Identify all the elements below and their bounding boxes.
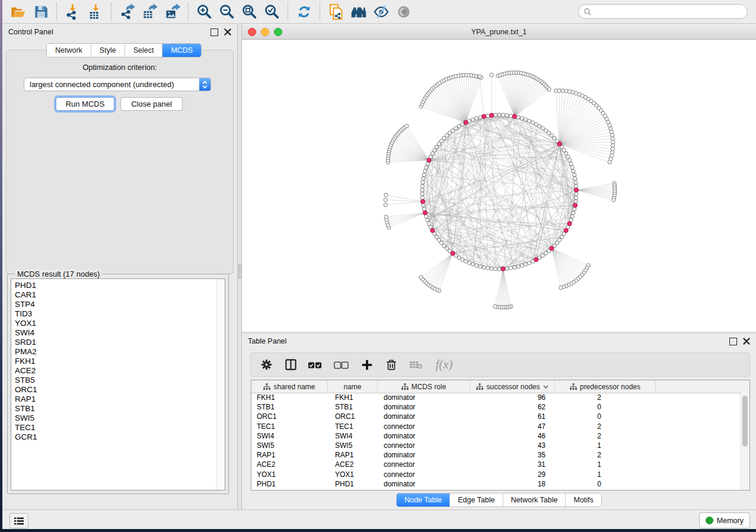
network-node[interactable]	[420, 196, 424, 200]
tab-motifs[interactable]: Motifs	[566, 493, 601, 507]
network-leaf-node[interactable]	[493, 305, 497, 308]
table-cell[interactable]: 0	[555, 412, 656, 421]
export-table-icon[interactable]	[140, 2, 160, 21]
table-cell[interactable]: FKH1	[251, 393, 328, 402]
network-leaf-node[interactable]	[559, 286, 563, 290]
network-node[interactable]	[467, 261, 471, 265]
table-cell[interactable]: ACE2	[251, 460, 328, 469]
table-cell[interactable]: 47	[470, 422, 555, 431]
network-node[interactable]	[575, 192, 578, 196]
mcds-result-item[interactable]: CAR1	[15, 290, 216, 300]
close-panel-icon[interactable]	[743, 338, 750, 345]
mcds-result-scrollbar[interactable]	[216, 279, 225, 490]
network-node[interactable]	[493, 267, 497, 271]
network-leaf-node[interactable]	[611, 137, 614, 140]
table-cell[interactable]: 1	[555, 441, 656, 450]
network-node[interactable]	[567, 158, 571, 162]
export-image-icon[interactable]	[162, 2, 183, 21]
table-row[interactable]: ACE2ACE2connector311	[251, 460, 741, 469]
mcds-hub-node[interactable]	[550, 246, 554, 251]
table-cell[interactable]: dominator	[378, 403, 470, 411]
network-node[interactable]	[566, 155, 570, 159]
network-node[interactable]	[570, 214, 574, 218]
open-file-icon[interactable]	[8, 2, 28, 21]
table-cell[interactable]: 96	[470, 393, 555, 402]
table-cell[interactable]: ACE2	[328, 460, 378, 469]
network-node[interactable]	[420, 192, 424, 196]
network-node[interactable]	[464, 259, 468, 263]
mcds-hub-node[interactable]	[464, 120, 468, 124]
network-node[interactable]	[520, 264, 524, 267]
mcds-hub-node[interactable]	[573, 203, 577, 207]
network-node[interactable]	[574, 181, 578, 184]
table-cell[interactable]: YOX1	[251, 470, 328, 479]
mcds-hub-node[interactable]	[534, 258, 538, 262]
import-network-icon[interactable]	[63, 2, 83, 21]
float-panel-icon[interactable]	[210, 28, 218, 36]
network-node[interactable]	[420, 184, 424, 188]
network-node[interactable]	[420, 188, 424, 192]
mcds-hub-node[interactable]	[430, 228, 435, 232]
mcds-result-item[interactable]: STB1	[15, 404, 216, 414]
table-cell[interactable]: SWI5	[328, 441, 378, 450]
mcds-result-item[interactable]: STP4	[15, 300, 216, 309]
table-cell[interactable]: dominator	[378, 393, 470, 402]
table-cell[interactable]: 2	[555, 393, 656, 402]
network-node[interactable]	[425, 166, 428, 169]
mcds-result-item[interactable]: PHD1	[15, 281, 216, 290]
table-cell[interactable]: 0	[555, 480, 656, 488]
show-column-panel-icon[interactable]	[283, 358, 298, 372]
save-session-icon[interactable]	[31, 2, 51, 21]
export-network-icon[interactable]	[117, 2, 138, 21]
table-cell[interactable]: connector	[378, 441, 470, 450]
network-node[interactable]	[574, 200, 578, 203]
table-cell[interactable]: RAP1	[328, 451, 378, 459]
status-menu-button[interactable]	[9, 513, 28, 528]
mcds-result-item[interactable]: GCR1	[15, 432, 216, 442]
column-header-predecessor-nodes[interactable]: predecessor nodes	[555, 380, 656, 393]
network-node[interactable]	[497, 267, 501, 271]
table-cell[interactable]: RAP1	[251, 451, 328, 459]
mcds-result-item[interactable]: TEC1	[15, 423, 216, 432]
network-node[interactable]	[479, 265, 482, 268]
network-node[interactable]	[461, 258, 464, 261]
mcds-hub-node[interactable]	[557, 142, 562, 146]
network-node[interactable]	[422, 173, 426, 177]
table-cell[interactable]: ORC1	[328, 412, 378, 421]
mcds-result-item[interactable]: FKH1	[15, 357, 216, 366]
tab-style[interactable]: Style	[91, 44, 125, 57]
delete-row-trash-icon[interactable]	[384, 358, 398, 372]
tab-select[interactable]: Select	[125, 44, 163, 57]
network-node[interactable]	[457, 124, 461, 128]
network-node[interactable]	[501, 113, 505, 117]
table-cell[interactable]: TEC1	[328, 422, 378, 431]
network-leaf-node[interactable]	[419, 275, 423, 279]
add-row-icon[interactable]	[360, 358, 374, 372]
table-cell[interactable]: 43	[470, 441, 555, 450]
network-leaf-node[interactable]	[557, 89, 561, 92]
network-node[interactable]	[479, 116, 482, 119]
table-cell[interactable]: 46	[470, 432, 555, 440]
network-leaf-node[interactable]	[608, 161, 611, 164]
table-cell[interactable]: 0	[555, 403, 656, 411]
network-node[interactable]	[471, 118, 474, 121]
network-node[interactable]	[516, 116, 520, 119]
tab-mcds[interactable]: MCDS	[162, 44, 201, 57]
network-node[interactable]	[486, 266, 490, 270]
table-row[interactable]: TEC1TEC1connector472	[251, 422, 741, 431]
table-cell[interactable]: 2	[555, 432, 656, 440]
table-scrollbar-thumb[interactable]	[742, 396, 748, 447]
network-node[interactable]	[531, 121, 534, 124]
refresh-icon[interactable]	[294, 2, 314, 21]
network-node[interactable]	[422, 177, 425, 180]
mcds-result-item[interactable]: SWI5	[15, 414, 216, 423]
network-node[interactable]	[493, 113, 497, 117]
search-input[interactable]	[592, 8, 747, 16]
network-leaf-node[interactable]	[478, 75, 481, 78]
table-cell[interactable]: 35	[470, 451, 555, 459]
zoom-in-icon[interactable]	[194, 2, 215, 21]
network-node[interactable]	[505, 267, 509, 270]
network-leaf-node[interactable]	[547, 88, 551, 91]
table-cell[interactable]: SWI4	[328, 432, 378, 440]
table-cell[interactable]: connector	[378, 470, 470, 479]
